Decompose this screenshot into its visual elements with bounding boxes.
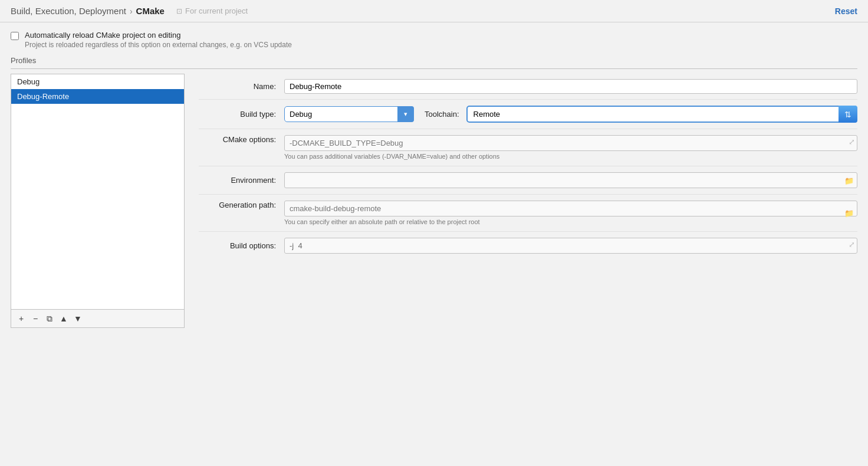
- move-down-button[interactable]: ▼: [71, 312, 84, 325]
- remove-profile-button[interactable]: −: [29, 312, 42, 325]
- auto-reload-row: Automatically reload CMake project on ed…: [0, 22, 868, 54]
- profiles-section: Profiles Debug Debug-Remote + − ⧉ ▲ ▼: [0, 54, 868, 328]
- build-type-select-wrapper: Debug Release RelWithDebInfo MinSizeRel …: [284, 106, 414, 122]
- move-up-button[interactable]: ▲: [57, 312, 70, 325]
- reset-button[interactable]: Reset: [835, 6, 857, 16]
- name-field: [284, 79, 857, 94]
- name-label: Name:: [199, 82, 284, 91]
- toolchain-label: Toolchain:: [414, 110, 466, 119]
- add-profile-button[interactable]: +: [15, 312, 28, 325]
- environment-input[interactable]: [284, 172, 857, 188]
- cmake-options-input[interactable]: [284, 135, 857, 151]
- profiles-list: Debug Debug-Remote: [11, 74, 185, 310]
- build-options-label: Build options:: [199, 241, 284, 250]
- build-options-row: Build options: ⤢: [199, 232, 857, 260]
- profiles-list-container: Debug Debug-Remote + − ⧉ ▲ ▼: [11, 74, 185, 328]
- folder-icon[interactable]: 📁: [844, 176, 854, 185]
- build-options-expand-icon[interactable]: ⤢: [849, 240, 855, 249]
- gen-path-input-wrapper: 📁 You can specify either an absolute pat…: [284, 201, 857, 225]
- profile-form: Name: Build type: Debug Release RelWithD…: [185, 74, 857, 260]
- settings-page: Build, Execution, Deployment › CMake ⊡ F…: [0, 0, 868, 328]
- subtitle-text: For current project: [185, 6, 248, 15]
- build-type-label: Build type:: [199, 110, 284, 119]
- build-type-row: Build type: Debug Release RelWithDebInfo…: [199, 100, 857, 129]
- build-options-input[interactable]: [284, 238, 857, 254]
- profile-item-debug[interactable]: Debug: [11, 74, 184, 89]
- profiles-layout: Debug Debug-Remote + − ⧉ ▲ ▼ Name:: [11, 74, 857, 328]
- cmake-options-hint: You can pass additional variables (-DVAR…: [284, 153, 857, 160]
- name-input[interactable]: [284, 79, 857, 94]
- profiles-toolbar: + − ⧉ ▲ ▼: [11, 310, 185, 328]
- generation-path-row: Generation path: 📁 You can specify eithe…: [199, 195, 857, 232]
- cmake-input-wrapper: ⤢ You can pass additional variables (-DV…: [284, 135, 857, 160]
- breadcrumb-section: Build, Execution, Deployment: [11, 6, 126, 16]
- toolchain-select-wrapper: Remote Default ⇅: [466, 106, 857, 123]
- gen-path-folder-icon[interactable]: 📁: [844, 209, 854, 218]
- copy-icon: ⊡: [176, 7, 182, 15]
- profiles-label: Profiles: [11, 56, 857, 65]
- copy-profile-button[interactable]: ⧉: [43, 312, 56, 325]
- name-row: Name:: [199, 74, 857, 100]
- cmake-options-label: CMake options:: [199, 135, 284, 144]
- auto-reload-title: Automatically reload CMake project on ed…: [25, 31, 292, 40]
- auto-reload-checkbox[interactable]: [11, 32, 19, 40]
- toolchain-select[interactable]: Remote Default: [466, 106, 857, 123]
- auto-reload-text: Automatically reload CMake project on ed…: [25, 31, 292, 49]
- breadcrumb-arrow: ›: [130, 6, 133, 16]
- build-type-select[interactable]: Debug Release RelWithDebInfo MinSizeRel: [284, 106, 414, 122]
- expand-icon[interactable]: ⤢: [849, 137, 855, 146]
- header: Build, Execution, Deployment › CMake ⊡ F…: [0, 0, 868, 22]
- cmake-options-row: CMake options: ⤢ You can pass additional…: [199, 129, 857, 166]
- generation-path-hint: You can specify either an absolute path …: [284, 218, 857, 225]
- env-input-wrapper: 📁: [284, 172, 857, 188]
- generation-path-input[interactable]: [284, 201, 857, 216]
- profile-item-debug-remote[interactable]: Debug-Remote: [11, 89, 184, 104]
- build-options-input-wrapper: ⤢: [284, 238, 857, 254]
- environment-row: Environment: 📁: [199, 166, 857, 195]
- profiles-divider: [11, 68, 857, 69]
- breadcrumb-current: CMake: [136, 6, 165, 16]
- generation-path-label: Generation path:: [199, 201, 284, 209]
- auto-reload-subtitle: Project is reloaded regardless of this o…: [25, 41, 292, 49]
- header-subtitle: ⊡ For current project: [176, 6, 248, 15]
- environment-label: Environment:: [199, 176, 284, 185]
- breadcrumb: Build, Execution, Deployment › CMake: [11, 6, 165, 16]
